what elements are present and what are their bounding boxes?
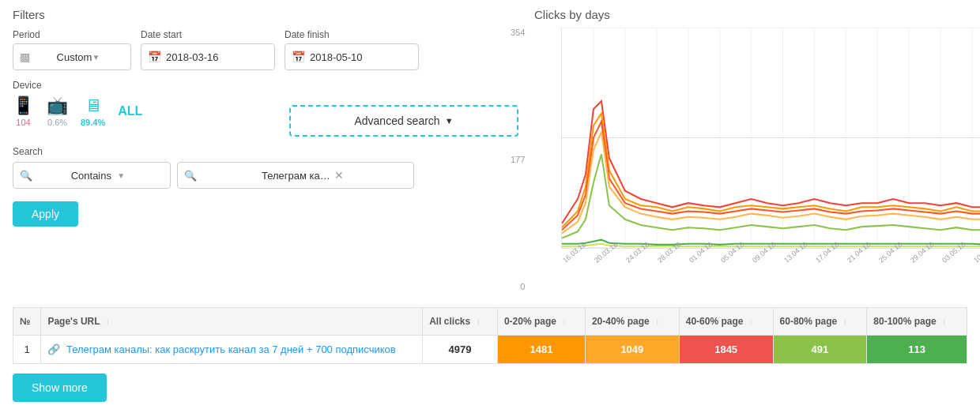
row-url[interactable]: 🔗 Телеграм каналы: как раскрутить канал … [41, 336, 423, 364]
contains-arrow-icon: ▼ [117, 171, 164, 180]
device-desktop[interactable]: 🖥 89.4% [81, 96, 105, 127]
chart-svg [562, 28, 980, 248]
period-group: Period ▩ Custom ▼ [13, 29, 131, 70]
row-p20-40: 1049 [585, 336, 679, 364]
date-finish-value: 2018-05-10 [310, 51, 363, 63]
external-link-icon: 🔗 [47, 343, 60, 355]
col-p0-20[interactable]: 0-20% page ↕ [497, 308, 585, 336]
filters-title: Filters [13, 8, 518, 21]
search-text-value: Телеграм каналы: как раскрут [262, 170, 334, 182]
device-all[interactable]: ALL [118, 104, 142, 118]
date-start-input[interactable]: 📅 2018-03-16 [141, 43, 275, 70]
y-mid-label: 177 [511, 155, 525, 164]
page-url-link[interactable]: Телеграм каналы: как раскрутить канал за… [66, 343, 396, 355]
table-row: 1 🔗 Телеграм каналы: как раскрутить кана… [13, 336, 967, 364]
row-p80-100: 113 [867, 336, 967, 364]
search-section: Search 🔍 Contains ▼ 🔍 Телеграм каналы: к… [13, 146, 518, 189]
advanced-search-label: Advanced search [354, 114, 439, 127]
tablet-pct: 0.6% [47, 118, 67, 127]
row-p0-20: 1481 [497, 336, 585, 364]
device-section: Device 📱 104 📺 0.6% 🖥 89.4% [13, 80, 142, 127]
contains-value: Contains [71, 170, 118, 182]
row-num: 1 [13, 336, 41, 364]
p6080-sort-icon: ↕ [843, 317, 847, 326]
clear-search-icon[interactable]: ✕ [334, 169, 407, 182]
table-section: № Page's URL ↕ All clicks ↕ 0-20% page ↕ [13, 307, 967, 402]
search-text-icon: 🔍 [184, 170, 257, 182]
search-label: Search [13, 146, 518, 157]
period-value: Custom [57, 51, 92, 63]
y-min-label: 0 [520, 282, 525, 291]
col-num: № [13, 308, 41, 336]
clicks-sort-icon: ↕ [477, 317, 481, 326]
date-start-value: 2018-03-16 [166, 51, 219, 63]
col-p60-80[interactable]: 60-80% page ↕ [773, 308, 867, 336]
date-start-label: Date start [141, 29, 275, 40]
col-p20-40[interactable]: 20-40% page ↕ [585, 308, 679, 336]
period-arrow-icon: ▼ [92, 53, 124, 62]
apply-button[interactable]: Apply [13, 201, 78, 227]
y-max-label: 354 [511, 28, 525, 37]
row-p60-80: 491 [773, 336, 867, 364]
search-contains-icon: 🔍 [20, 170, 66, 182]
mobile-icon: 📱 [13, 96, 34, 116]
p80100-sort-icon: ↕ [942, 317, 946, 326]
advanced-search-chevron-icon: ▼ [445, 116, 454, 126]
calendar-finish-icon: 📅 [292, 51, 305, 63]
advanced-search-button[interactable]: Advanced search ▼ [289, 105, 518, 137]
data-table: № Page's URL ↕ All clicks ↕ 0-20% page ↕ [13, 307, 967, 364]
show-more-button[interactable]: Show more [13, 373, 107, 402]
bar-chart-icon: ▩ [20, 51, 52, 63]
chart-title: Clicks by days [534, 8, 980, 21]
col-p80-100[interactable]: 80-100% page ↕ [867, 308, 967, 336]
url-sort-icon: ↕ [106, 317, 110, 326]
row-p40-60: 1845 [679, 336, 773, 364]
col-all-clicks[interactable]: All clicks ↕ [423, 308, 498, 336]
tablet-icon: 📺 [47, 96, 68, 116]
desktop-pct: 89.4% [81, 118, 105, 127]
row-all-clicks: 4979 [423, 336, 498, 364]
p4060-sort-icon: ↕ [749, 317, 753, 326]
date-start-group: Date start 📅 2018-03-16 [141, 29, 275, 70]
period-label: Period [13, 29, 131, 40]
chart-panel: Clicks by days 354 177 0 [534, 8, 980, 291]
device-label: Device [13, 80, 142, 91]
search-text-field[interactable]: 🔍 Телеграм каналы: как раскрут ✕ [177, 162, 414, 189]
date-finish-group: Date finish 📅 2018-05-10 [285, 29, 419, 70]
date-finish-label: Date finish [285, 29, 419, 40]
mobile-pct: 104 [16, 118, 30, 127]
col-p40-60[interactable]: 40-60% page ↕ [679, 308, 773, 336]
device-tablet[interactable]: 📺 0.6% [47, 96, 68, 127]
chart-area [561, 28, 980, 249]
calendar-start-icon: 📅 [148, 51, 161, 63]
table-header-row: № Page's URL ↕ All clicks ↕ 0-20% page ↕ [13, 308, 967, 336]
chart-y-labels: 354 177 0 [511, 28, 525, 291]
period-select[interactable]: ▩ Custom ▼ [13, 43, 131, 70]
p020-sort-icon: ↕ [562, 317, 566, 326]
search-contains-select[interactable]: 🔍 Contains ▼ [13, 162, 171, 189]
device-mobile[interactable]: 📱 104 [13, 96, 34, 127]
col-url[interactable]: Page's URL ↕ [41, 308, 423, 336]
all-devices-icon: ALL [118, 104, 142, 118]
p2040-sort-icon: ↕ [655, 317, 659, 326]
date-finish-input[interactable]: 📅 2018-05-10 [285, 43, 419, 70]
desktop-icon: 🖥 [85, 96, 102, 116]
